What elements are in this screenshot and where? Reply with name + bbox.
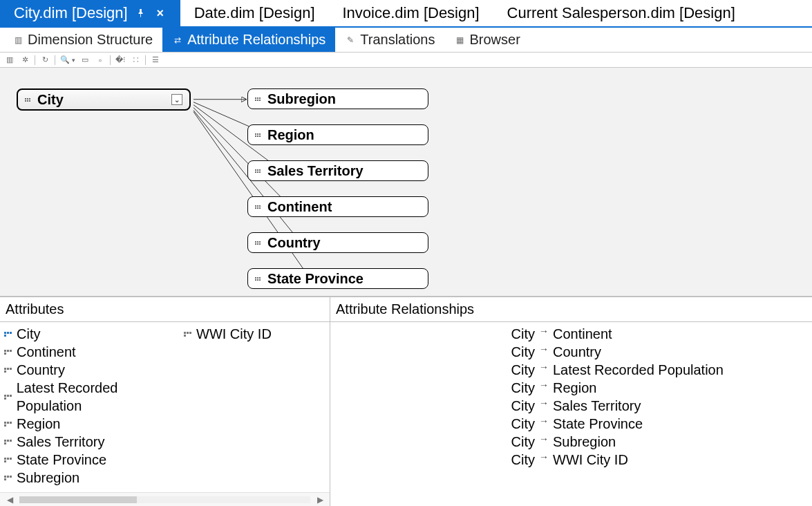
svg-line-3: [193, 108, 286, 203]
relationship-row[interactable]: City→Continent: [334, 325, 808, 343]
grip-icon: [255, 238, 262, 247]
relationship-target: WWI City ID: [553, 451, 628, 469]
relationship-target: State Province: [553, 415, 643, 433]
attribute-icon: [4, 419, 14, 429]
document-tab-label: Current Salesperson.dim [Design]: [507, 4, 735, 22]
toolbar-zoom-dropdown[interactable]: ▾: [72, 57, 75, 64]
scroll-thumb[interactable]: [19, 496, 137, 503]
attribute-label: Region: [17, 415, 60, 433]
tab-translations[interactable]: ✎ Translations: [335, 28, 444, 52]
translations-icon: ✎: [345, 35, 356, 46]
relationship-source: City: [500, 379, 535, 397]
attribute-label: Continent: [17, 343, 76, 361]
toolbar-arrange-shapes-icon[interactable]: �⁝: [115, 55, 126, 66]
relationship-row[interactable]: City→Region: [334, 379, 808, 397]
relationship-target: Subregion: [553, 433, 616, 451]
grip-icon: [255, 274, 262, 283]
toolbar-expand-icon[interactable]: ▭: [79, 55, 91, 66]
structure-icon: ▥: [12, 35, 23, 46]
attribute-item-state-province[interactable]: State Province: [4, 451, 184, 469]
attributes-list[interactable]: City Continent Country Latest Recorded P…: [0, 322, 330, 492]
attribute-item-city[interactable]: City: [4, 325, 184, 343]
relationships-list[interactable]: City→Continent City→Country City→Latest …: [330, 322, 812, 506]
toolbar-separator: [35, 55, 35, 65]
document-tab-salesperson[interactable]: Current Salesperson.dim [Design]: [493, 0, 749, 26]
diagram-node-continent[interactable]: Continent: [247, 196, 428, 217]
relationship-source: City: [500, 451, 535, 469]
diagram-node-state-province[interactable]: State Province: [247, 268, 428, 289]
relationship-target: Sales Territory: [553, 397, 641, 415]
attributes-hscrollbar[interactable]: ◀ ▶: [0, 492, 330, 506]
attribute-item-sales-territory[interactable]: Sales Territory: [4, 433, 184, 451]
toolbar-separator: [145, 55, 146, 65]
diagram-node-sales-territory[interactable]: Sales Territory: [247, 160, 428, 181]
scroll-left-icon[interactable]: ◀: [4, 494, 15, 505]
toolbar-btn-2[interactable]: ✲: [19, 55, 30, 66]
designer-tab-label: Dimension Structure: [28, 32, 153, 48]
scroll-right-icon[interactable]: ▶: [314, 494, 325, 505]
designer-tab-strip: ▥ Dimension Structure ⇄ Attribute Relati…: [0, 28, 812, 53]
attribute-label: Sales Territory: [17, 433, 104, 451]
arrow-icon: →: [535, 394, 553, 412]
document-tab-invoice[interactable]: Invoice.dim [Design]: [329, 0, 493, 26]
toolbar-zoom-icon[interactable]: 🔍: [59, 55, 70, 66]
relationship-source: City: [500, 415, 535, 433]
relationship-row[interactable]: City→State Province: [334, 415, 808, 433]
attribute-label: Country: [17, 361, 65, 379]
diagram-node-city[interactable]: City ⌄: [17, 88, 191, 111]
close-icon[interactable]: ×: [154, 7, 167, 19]
relationship-target: Continent: [553, 325, 612, 343]
relationship-target: Latest Recorded Population: [553, 361, 724, 379]
relationship-row[interactable]: City→WWI City ID: [334, 451, 808, 469]
relationship-row[interactable]: City→Latest Recorded Population: [334, 361, 808, 379]
attribute-label: State Province: [17, 451, 106, 469]
arrow-icon: →: [535, 358, 553, 376]
pin-icon[interactable]: [135, 7, 147, 19]
attribute-icon: [4, 365, 14, 375]
diagram-node-label: Country: [267, 235, 321, 251]
grip-icon: [255, 202, 262, 212]
attribute-item-continent[interactable]: Continent: [4, 343, 184, 361]
diagram-node-region[interactable]: Region: [247, 124, 428, 145]
toolbar-refresh-icon[interactable]: ↻: [39, 55, 50, 66]
attribute-item-country[interactable]: Country: [4, 361, 184, 379]
diagram-canvas[interactable]: City ⌄ Subregion Region Sales Territory …: [0, 68, 812, 297]
toolbar: ▥ ✲ ↻ 🔍 ▾ ▭ ▫ �⁝ ⸬ ☰: [0, 53, 812, 68]
relationship-row[interactable]: City→Country: [334, 343, 808, 361]
toolbar-separator: [55, 55, 55, 65]
diagram-node-subregion[interactable]: Subregion: [247, 88, 428, 109]
attribute-label: WWI City ID: [196, 325, 272, 343]
toolbar-collapse-icon[interactable]: ▫: [95, 55, 106, 66]
toolbar-separator: [110, 55, 111, 65]
attribute-item-population[interactable]: Latest Recorded Population: [4, 379, 184, 415]
relationships-panel: Attribute Relationships City→Continent C…: [330, 297, 812, 506]
designer-tab-label: Attribute Relationships: [187, 32, 325, 48]
diagram-node-label: Subregion: [267, 91, 336, 107]
grip-icon: [255, 94, 262, 104]
tab-browser[interactable]: ▦ Browser: [445, 28, 530, 52]
attribute-item-subregion[interactable]: Subregion: [4, 469, 184, 487]
tab-attribute-relationships[interactable]: ⇄ Attribute Relationships: [162, 28, 335, 52]
attribute-icon: [4, 437, 14, 447]
expand-icon[interactable]: ⌄: [171, 94, 182, 105]
tab-dimension-structure[interactable]: ▥ Dimension Structure: [3, 28, 162, 52]
diagram-node-label: Sales Territory: [267, 163, 363, 179]
toolbar-arrange-tree-icon[interactable]: ⸬: [130, 55, 141, 66]
attribute-icon: [4, 455, 14, 465]
document-tab-city[interactable]: City.dim [Design] ×: [0, 0, 180, 26]
relationship-row[interactable]: City→Subregion: [334, 433, 808, 451]
relationship-source: City: [500, 433, 535, 451]
grip-icon: [255, 166, 262, 176]
document-tab-date[interactable]: Date.dim [Design]: [180, 0, 329, 26]
relationship-row[interactable]: City→Sales Territory: [334, 397, 808, 415]
attribute-item-wwi-city-id[interactable]: WWI City ID: [184, 325, 330, 343]
diagram-node-country[interactable]: Country: [247, 232, 428, 253]
key-attribute-icon: [4, 329, 14, 339]
diagram-node-label: Continent: [267, 199, 332, 215]
toolbar-btn-1[interactable]: ▥: [4, 55, 15, 66]
attribute-item-region[interactable]: Region: [4, 415, 184, 433]
attribute-label: Latest Recorded Population: [17, 379, 184, 415]
scroll-track[interactable]: [19, 496, 310, 503]
toolbar-list-icon[interactable]: ☰: [150, 55, 161, 66]
attribute-icon: [184, 329, 193, 339]
